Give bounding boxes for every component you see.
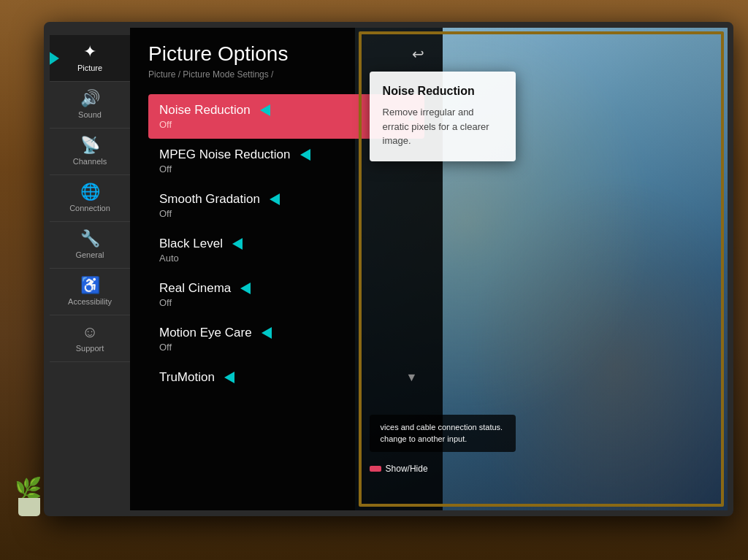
teal-arrow-real-cinema (240, 283, 251, 294)
sidebar-item-connection[interactable]: 🌐 Connection (50, 175, 130, 222)
sidebar-label-accessibility: Accessibility (68, 297, 112, 306)
back-button[interactable]: ↩ (412, 45, 424, 63)
active-arrow (46, 50, 59, 67)
mpeg-noise-reduction-value: Off (159, 164, 413, 174)
show-hide-indicator: Show/Hide (370, 464, 428, 474)
teal-arrow-trumotion (224, 372, 234, 383)
connection-icon: 🌐 (80, 184, 100, 200)
smooth-gradation-value: Off (159, 208, 413, 219)
sidebar-label-channels: Channels (73, 157, 107, 166)
tv-screen: ✦ Picture 🔊 Sound 📡 Channels 🌐 Connectio… (50, 28, 728, 510)
teal-arrow-motion-eye (262, 327, 272, 339)
picture-icon: ✦ (83, 44, 96, 60)
sidebar: ✦ Picture 🔊 Sound 📡 Channels 🌐 Connectio… (50, 28, 130, 510)
connection-status-line1: vices and cable connection status. (381, 422, 505, 433)
plant-decoration: 🌿 (11, 458, 47, 516)
sidebar-item-sound[interactable]: 🔊 Sound (50, 82, 130, 129)
sidebar-label-picture: Picture (77, 64, 102, 72)
teal-arrow-mpeg (300, 149, 310, 161)
sound-icon: 🔊 (80, 91, 100, 107)
menu-item-real-cinema[interactable]: Real Cinema Off (148, 272, 424, 317)
connection-status-popup: vices and cable connection status. chang… (370, 415, 516, 452)
menu-item-motion-eye-care[interactable]: Motion Eye Care Off (148, 317, 424, 361)
trumotion-label: TruMotion (159, 370, 413, 385)
info-panel-description: Remove irregular and erratic pixels for … (383, 105, 503, 148)
page-title-text: Picture Options (148, 42, 288, 66)
sidebar-item-general[interactable]: 🔧 General (50, 222, 130, 269)
motion-eye-care-label: Motion Eye Care (159, 326, 413, 340)
teal-arrow-noise-reduction (260, 104, 270, 116)
motion-eye-care-value: Off (159, 342, 413, 353)
tv-frame: ✦ Picture 🔊 Sound 📡 Channels 🌐 Connectio… (44, 22, 733, 516)
page-title-row: Picture Options ↩ (148, 42, 424, 66)
real-cinema-value: Off (159, 297, 413, 308)
accessibility-icon: ♿ (80, 277, 100, 294)
menu-item-smooth-gradation[interactable]: Smooth Gradation Off (148, 183, 424, 228)
sidebar-item-channels[interactable]: 📡 Channels (50, 129, 130, 175)
channels-icon: 📡 (80, 137, 100, 153)
sidebar-label-sound: Sound (78, 110, 102, 119)
black-level-value: Auto (159, 253, 413, 264)
info-panel: Noise Reduction Remove irregular and err… (370, 72, 516, 161)
sidebar-label-connection: Connection (69, 204, 110, 212)
menu-item-trumotion[interactable]: TruMotion ▼ (148, 361, 424, 394)
support-icon: ☺ (82, 324, 98, 340)
show-hide-label: Show/Hide (386, 464, 428, 474)
general-icon: 🔧 (80, 231, 100, 247)
connection-status-line2: change to another input. (381, 434, 505, 445)
menu-item-black-level[interactable]: Black Level Auto (148, 228, 424, 272)
teal-arrow-black-level (232, 238, 243, 250)
plant-pot (18, 498, 40, 516)
real-cinema-label: Real Cinema (159, 281, 413, 296)
sidebar-item-accessibility[interactable]: ♿ Accessibility (50, 269, 130, 315)
sidebar-label-general: General (75, 250, 104, 259)
show-hide-dot (370, 466, 381, 472)
sidebar-item-picture[interactable]: ✦ Picture (50, 35, 130, 82)
sidebar-item-support[interactable]: ☺ Support (50, 315, 130, 362)
smooth-gradation-label: Smooth Gradation (159, 192, 413, 207)
sidebar-label-support: Support (76, 344, 104, 353)
trumotion-expand: ▼ (405, 371, 417, 384)
black-level-label: Black Level (159, 237, 413, 251)
info-panel-title: Noise Reduction (383, 85, 503, 98)
teal-arrow-smooth (270, 193, 280, 205)
